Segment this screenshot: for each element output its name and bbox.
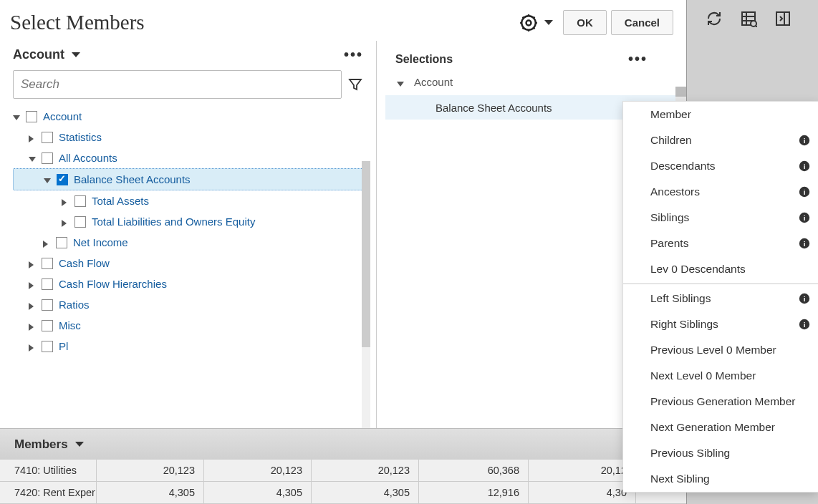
tree-node-ratios[interactable]: Ratios <box>13 294 370 315</box>
menu-item-prev-gen[interactable]: Previous Generation Member <box>623 389 818 415</box>
svg-line-7 <box>534 27 535 29</box>
svg-point-1 <box>526 20 531 25</box>
menu-label: Descendants <box>650 160 715 173</box>
expand-icon[interactable] <box>62 197 70 205</box>
search-input[interactable] <box>13 70 342 99</box>
ok-button[interactable]: OK <box>563 10 607 35</box>
expand-icon[interactable] <box>44 175 52 184</box>
include-icon[interactable]: i <box>798 237 811 250</box>
data-row[interactable]: 7420: Rent Exper 4,305 4,305 4,305 12,91… <box>0 482 686 504</box>
filter-icon[interactable] <box>347 77 363 92</box>
selection-root[interactable]: Account <box>385 74 678 95</box>
menu-item-children[interactable]: Childreni <box>623 127 818 153</box>
include-icon[interactable]: i <box>798 134 811 147</box>
checkbox[interactable] <box>26 111 37 122</box>
tree-node-misc[interactable]: Misc <box>13 315 370 336</box>
settings-dropdown-icon[interactable] <box>544 20 553 25</box>
menu-item-lev0-descendants[interactable]: Lev 0 Descendants <box>623 256 818 282</box>
checkbox[interactable] <box>74 195 86 207</box>
tree-node-all-accounts[interactable]: All Accounts <box>13 147 370 168</box>
checkbox[interactable] <box>42 132 53 143</box>
selections-title: Selections <box>395 53 453 66</box>
data-grid-icon[interactable] <box>740 10 759 29</box>
data-row[interactable]: 7410: Utilities 20,123 20,123 20,123 60,… <box>0 460 686 482</box>
menu-item-ancestors[interactable]: Ancestorsi <box>623 179 818 205</box>
cell: 12,916 <box>419 482 529 503</box>
checkbox[interactable] <box>74 216 86 228</box>
checkbox[interactable] <box>42 278 53 290</box>
selection-root-label: Account <box>414 76 453 88</box>
members-tab[interactable]: Members <box>0 428 686 460</box>
members-tab-label: Members <box>14 437 68 452</box>
expand-icon[interactable] <box>62 218 70 226</box>
tree-node-total-liabilities[interactable]: Total Liabilities and Owners Equity <box>13 211 370 232</box>
include-icon[interactable]: i <box>798 160 811 173</box>
svg-text:i: i <box>804 137 806 145</box>
include-icon[interactable]: i <box>798 318 811 331</box>
checkbox[interactable] <box>56 237 67 248</box>
include-icon[interactable]: i <box>798 292 811 305</box>
tree-label: Balance Sheet Accounts <box>74 173 191 185</box>
menu-item-siblings[interactable]: Siblingsi <box>623 205 818 231</box>
cell: 20,123 <box>312 460 419 481</box>
menu-item-descendants[interactable]: Descendantsi <box>623 153 818 179</box>
expand-icon[interactable] <box>29 321 37 330</box>
menu-item-prev-sibling[interactable]: Previous Sibling <box>623 440 818 466</box>
cancel-button[interactable]: Cancel <box>611 10 673 35</box>
selections-menu-icon[interactable]: ••• <box>628 51 672 67</box>
menu-label: Next Sibling <box>650 472 710 485</box>
menu-item-next-sibling[interactable]: Next Sibling <box>623 466 818 492</box>
checkbox[interactable] <box>42 152 53 164</box>
expand-icon[interactable] <box>13 112 21 121</box>
expand-icon[interactable] <box>397 78 405 87</box>
menu-item-next-gen[interactable]: Next Generation Member <box>623 415 818 440</box>
menu-separator <box>623 284 818 284</box>
expand-icon[interactable] <box>43 238 52 247</box>
expand-icon[interactable] <box>29 259 37 268</box>
tree-node-total-assets[interactable]: Total Assets <box>13 190 370 211</box>
tree-node-account[interactable]: Account <box>13 106 370 127</box>
checkbox[interactable] <box>42 258 53 269</box>
menu-item-right-siblings[interactable]: Right Siblingsi <box>623 311 818 337</box>
menu-label: Next Generation Member <box>650 421 775 434</box>
checkbox[interactable] <box>42 299 53 311</box>
include-icon[interactable]: i <box>798 211 811 224</box>
menu-item-member[interactable]: Member <box>623 102 818 127</box>
tree-scrollbar[interactable] <box>362 161 370 462</box>
menu-label: Siblings <box>650 211 689 224</box>
menu-item-prev-lev0[interactable]: Previous Level 0 Member <box>623 337 818 363</box>
dimension-label-text: Account <box>13 47 64 62</box>
expand-icon[interactable] <box>29 301 37 309</box>
cell: 20,123 <box>97 460 204 481</box>
checkbox[interactable] <box>57 174 68 185</box>
panel-toggle-icon[interactable] <box>774 10 793 29</box>
menu-label: Member <box>650 108 691 121</box>
select-members-dialog: Select Members OK Cancel Account ••• <box>0 0 686 504</box>
tree-node-pl[interactable]: Pl <box>13 336 370 357</box>
checkbox[interactable] <box>42 320 53 331</box>
tree-node-net-income[interactable]: Net Income <box>13 232 370 253</box>
settings-gear-icon[interactable] <box>519 13 539 33</box>
tree-node-statistics[interactable]: Statistics <box>13 127 370 147</box>
cell: 4,305 <box>204 482 312 503</box>
dimension-dropdown[interactable]: Account <box>13 47 80 62</box>
menu-item-parents[interactable]: Parentsi <box>623 231 818 256</box>
tree-node-cash-flow[interactable]: Cash Flow <box>13 253 370 273</box>
include-icon[interactable]: i <box>798 185 811 198</box>
svg-text:i: i <box>804 188 806 196</box>
tree-label: All Accounts <box>59 152 117 164</box>
tree-node-cash-flow-hier[interactable]: Cash Flow Hierarchies <box>13 273 370 294</box>
tree-label: Pl <box>59 340 68 352</box>
menu-item-left-siblings[interactable]: Left Siblingsi <box>623 286 818 311</box>
expand-icon[interactable] <box>29 280 37 289</box>
left-panel-menu-icon[interactable]: ••• <box>344 47 376 63</box>
member-tree[interactable]: Account Statistics All Accounts Balance … <box>13 106 376 421</box>
menu-item-next-lev0[interactable]: Next Level 0 Member <box>623 363 818 389</box>
checkbox[interactable] <box>42 341 53 352</box>
expand-icon[interactable] <box>29 342 37 351</box>
refresh-icon[interactable] <box>706 10 724 29</box>
expand-icon[interactable] <box>29 154 37 163</box>
tree-node-balance-sheet[interactable]: Balance Sheet Accounts <box>13 168 370 190</box>
tree-label: Statistics <box>59 131 102 143</box>
expand-icon[interactable] <box>29 133 37 142</box>
